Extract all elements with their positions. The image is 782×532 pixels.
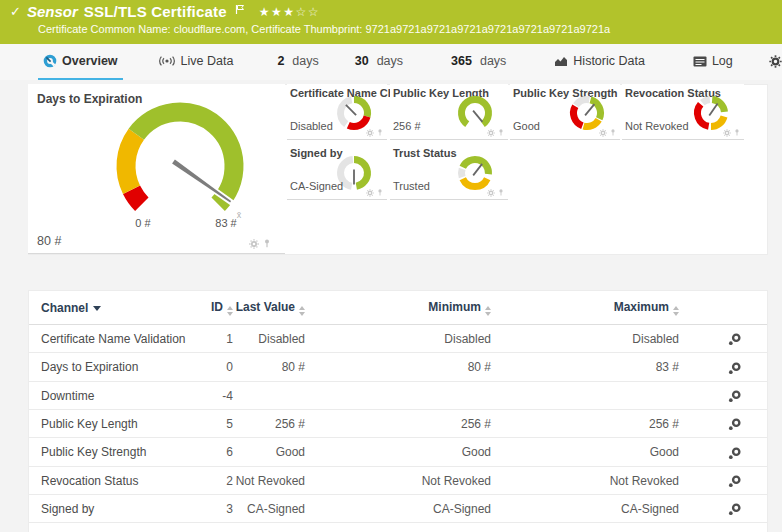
column-header-maximum[interactable]: Maximum xyxy=(493,291,681,325)
channel-id: 3 xyxy=(205,494,235,522)
channel-maximum: 256 # xyxy=(493,409,681,437)
tab-number: 30 xyxy=(355,54,369,68)
pin-icon[interactable] xyxy=(376,188,384,197)
edit-channel-icon[interactable] xyxy=(728,390,741,403)
star-filled-icons[interactable]: ★★★ xyxy=(259,5,296,19)
sort-toggle-icon xyxy=(299,306,305,316)
channel-name[interactable]: Public Key Strength xyxy=(29,438,205,466)
table-row[interactable]: Downtime -4 xyxy=(29,381,767,409)
channel-minimum xyxy=(307,381,493,409)
tab-30-days[interactable]: 30 days xyxy=(350,44,408,80)
channel-maximum: Good xyxy=(493,438,681,466)
pin-icon[interactable] xyxy=(733,128,741,137)
channel-name[interactable]: Public Key Length xyxy=(29,409,205,437)
channel-id: 5 xyxy=(205,409,235,437)
table-row[interactable]: Public Key Strength 6 Good Good Good xyxy=(29,438,767,466)
tab-log[interactable]: Log xyxy=(688,44,738,80)
priority-flag-icon[interactable] xyxy=(235,4,245,20)
channel-id: -4 xyxy=(205,381,235,409)
table-row[interactable]: Signed by 3 CA-Signed CA-Signed CA-Signe… xyxy=(29,494,767,522)
channel-last-value: Good xyxy=(235,438,307,466)
gauge-value: 256 # xyxy=(393,120,421,132)
pin-icon[interactable] xyxy=(376,128,384,137)
channel-name[interactable]: Days to Expiration xyxy=(29,353,205,381)
channel-maximum: Trusted xyxy=(493,523,681,532)
revocation-status-gauge xyxy=(691,93,731,133)
sort-desc-icon xyxy=(93,306,101,311)
gear-icon[interactable] xyxy=(599,129,607,137)
channel-maximum: CA-Signed xyxy=(493,494,681,522)
tab-overview[interactable]: Overview xyxy=(38,44,123,80)
channel-id: 6 xyxy=(205,438,235,466)
gauge-value: Disabled xyxy=(290,120,333,132)
gear-icon[interactable] xyxy=(487,129,495,137)
sort-toggle-icon xyxy=(673,306,679,316)
edit-channel-icon[interactable] xyxy=(728,362,741,375)
tab-label: Live Data xyxy=(181,54,234,68)
table-row[interactable]: Days to Expiration 0 80 # 80 # 83 # xyxy=(29,353,767,381)
table-row[interactable]: Revocation Status 2 Not Revoked Not Revo… xyxy=(29,466,767,494)
log-icon xyxy=(693,56,707,67)
channel-id: 0 xyxy=(205,353,235,381)
column-header-minimum[interactable]: Minimum xyxy=(307,291,493,325)
channel-id: 4 xyxy=(205,523,235,532)
gear-icon xyxy=(769,55,782,68)
channel-name[interactable]: Signed by xyxy=(29,494,205,522)
channel-name[interactable]: Downtime xyxy=(29,381,205,409)
channel-name[interactable]: Trust Status xyxy=(29,523,205,532)
gear-icon[interactable] xyxy=(487,189,495,197)
channel-maximum: Disabled xyxy=(493,325,681,353)
pin-icon[interactable] xyxy=(262,238,272,249)
table-row[interactable]: Certificate Name Validation 1 Disabled D… xyxy=(29,325,767,353)
tab-historic-data[interactable]: Historic Data xyxy=(549,44,650,80)
column-label: Minimum xyxy=(428,300,481,314)
gauge-value: CA-Signed xyxy=(290,180,343,192)
tab-365-days[interactable]: 365 days xyxy=(446,44,511,80)
channel-last-value: 80 # xyxy=(235,353,307,381)
tab-settings[interactable]: Settings xyxy=(764,44,782,80)
pin-icon[interactable] xyxy=(497,128,505,137)
gauge-tile-trust-status: Trust Status Trusted xyxy=(390,144,508,200)
channel-last-value: Trusted xyxy=(235,523,307,532)
gauge-value: Trusted xyxy=(393,180,430,192)
column-label: ID xyxy=(211,300,223,314)
table-row[interactable]: Trust Status 4 Trusted Trusted Trusted xyxy=(29,523,767,532)
channel-minimum: 80 # xyxy=(307,353,493,381)
column-header-id[interactable]: ID xyxy=(205,291,235,325)
tab-label: days xyxy=(292,54,318,68)
sensor-kind-label: Sensor xyxy=(27,3,78,21)
channel-name[interactable]: Revocation Status xyxy=(29,466,205,494)
edit-channel-icon[interactable] xyxy=(728,475,741,488)
channels-table: Channel ID Last Value Minimum Maximum xyxy=(29,291,767,532)
table-row[interactable]: Public Key Length 5 256 # 256 # 256 # xyxy=(29,409,767,437)
pin-icon[interactable] xyxy=(497,188,505,197)
edit-channel-icon[interactable] xyxy=(728,447,741,460)
edit-channel-icon[interactable] xyxy=(728,418,741,431)
gear-icon[interactable] xyxy=(366,189,374,197)
channel-name[interactable]: Certificate Name Validation xyxy=(29,325,205,353)
gear-icon[interactable] xyxy=(366,129,374,137)
edit-channel-icon[interactable] xyxy=(728,503,741,516)
edit-channel-icon[interactable] xyxy=(728,333,741,346)
pin-icon[interactable] xyxy=(609,128,617,137)
gauge-min-label: 0 # xyxy=(135,217,151,229)
column-label: Maximum xyxy=(614,300,669,314)
gear-icon[interactable] xyxy=(723,129,731,137)
channel-minimum: Disabled xyxy=(307,325,493,353)
sensor-title: SSL/TLS Certificate xyxy=(84,3,227,21)
channels-table-card: Channel ID Last Value Minimum Maximum xyxy=(28,290,768,532)
gauge-tile-days-to-expiration: Days to Expiration x̄ 0 # 83 # 80 # xyxy=(28,84,285,254)
column-header-channel[interactable]: Channel xyxy=(29,291,205,325)
sort-toggle-icon xyxy=(227,306,233,316)
tab-live-data[interactable]: Live Data xyxy=(153,44,239,80)
priority-stars[interactable]: ★★★☆☆ xyxy=(259,3,320,21)
star-empty-icons[interactable]: ☆☆ xyxy=(296,5,321,19)
channel-maximum: 83 # xyxy=(493,353,681,381)
column-header-last-value[interactable]: Last Value xyxy=(235,291,307,325)
gauge-tile-public-key-length: Public Key Length 256 # xyxy=(390,84,508,140)
tab-number: 2 xyxy=(277,54,284,68)
tab-label: Overview xyxy=(62,54,118,68)
tab-2-days[interactable]: 2 days xyxy=(272,44,323,80)
gear-icon[interactable] xyxy=(249,239,259,249)
status-check-icon: ✓ xyxy=(10,3,21,21)
